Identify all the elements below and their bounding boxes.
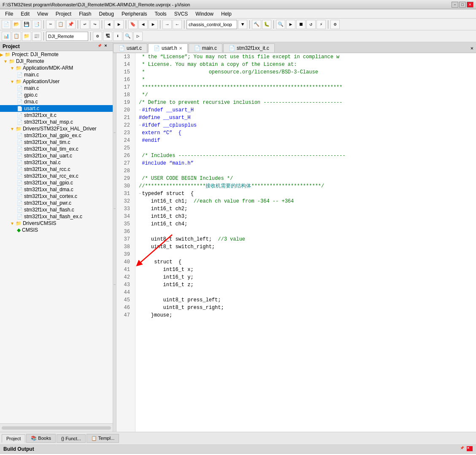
nav-back-button[interactable]: ◀ xyxy=(104,20,114,29)
paste-button[interactable]: 📌 xyxy=(66,20,76,29)
cut-button[interactable]: ✂ xyxy=(46,20,55,29)
tab-usartc[interactable]: 📄usart.c xyxy=(113,43,147,52)
tree-item-9[interactable]: 📄stm32f1xx_it.c xyxy=(0,112,113,119)
reset-button[interactable]: ↺ xyxy=(306,20,316,29)
tree-item-2[interactable]: ▼📁Application/MDK-ARM xyxy=(0,65,113,71)
tree-item-21[interactable]: 📄stm32f1xx_hal_cortex.c xyxy=(0,193,113,200)
build-button[interactable]: 🔨 xyxy=(252,20,261,29)
sidebar-pin-btn[interactable]: 📌 xyxy=(97,44,103,49)
view-btn-3[interactable]: 📁 xyxy=(22,32,31,41)
function-dropdown[interactable]: chassis_control_loop xyxy=(187,20,237,29)
tree-item-25[interactable]: ▼📁Drivers/CMSIS xyxy=(0,220,113,227)
menu-item-debug[interactable]: Debug xyxy=(96,10,117,18)
tree-item-10[interactable]: 📄stm32f1xx_hal_msp.c xyxy=(0,119,113,125)
close-all-tabs-btn[interactable]: ✕ xyxy=(468,44,476,52)
debug-button[interactable]: 🐛 xyxy=(262,20,271,29)
debug-session-btn[interactable]: 🔍 xyxy=(123,32,133,41)
tree-item-3[interactable]: 📄main.c xyxy=(0,71,113,78)
dropdown-arrow[interactable]: ▼ xyxy=(238,20,247,29)
menu-item-edit[interactable]: Edit xyxy=(17,10,33,18)
new-button[interactable]: 📄 xyxy=(2,20,11,29)
find-button[interactable]: 🔍 xyxy=(276,20,285,29)
minimize-button[interactable]: − xyxy=(452,2,458,8)
run-button[interactable]: ▶ xyxy=(286,20,295,29)
bookmark-prev[interactable]: ◀ xyxy=(138,20,148,29)
collapse-icon-31[interactable]: − xyxy=(139,190,141,198)
run-debug-btn[interactable]: ▷ xyxy=(133,32,143,41)
flash-download-btn[interactable]: ⬇ xyxy=(113,32,122,41)
tree-item-12[interactable]: 📄stm32f1xx_hal_gpio_ex.c xyxy=(0,132,113,139)
tree-item-11[interactable]: ▼📁Drivers/STM32F1xx_HAL_Driver xyxy=(0,125,113,132)
tree-item-22[interactable]: 📄stm32f1xx_hal_pwr.c xyxy=(0,200,113,206)
menu-item-help[interactable]: Help xyxy=(218,10,235,18)
view-btn-1[interactable]: 📊 xyxy=(2,32,11,41)
stop-button[interactable]: ⏹ xyxy=(296,20,306,29)
bottom-tab-funct[interactable]: {} Funct... xyxy=(57,434,86,443)
tree-item-7[interactable]: 📄dma.c xyxy=(0,98,113,105)
bookmark-next[interactable]: ▶ xyxy=(149,20,158,29)
target-dropdown[interactable]: DJI_Remote xyxy=(46,32,88,41)
menu-item-svcs[interactable]: SVCS xyxy=(171,10,192,18)
file-icon: 📄 xyxy=(17,86,23,91)
tab-stm32f1xx_itc[interactable]: 📄stm32f1xx_it.c xyxy=(223,43,275,52)
flash-button[interactable]: ⚡ xyxy=(316,20,326,29)
collapse-icon-22[interactable]: − xyxy=(139,122,141,129)
sidebar-close-btn[interactable]: ✕ xyxy=(104,44,110,49)
close-button[interactable]: ✕ xyxy=(467,2,473,8)
tab-usarth[interactable]: 📄usart.h✕ xyxy=(148,43,188,53)
nav-fwd-button[interactable]: ▶ xyxy=(114,20,124,29)
target-options-btn[interactable]: ⚙ xyxy=(93,32,102,41)
menu-item-view[interactable]: View xyxy=(34,10,51,18)
tree-item-18[interactable]: 📄stm32f1xx_hal_rcc_ex.c xyxy=(0,173,113,179)
tree-item-19[interactable]: 📄stm32f1xx_hal_gpio.c xyxy=(0,179,113,186)
tree-item-13[interactable]: 📄stm32f1xx_hal_tim.c xyxy=(0,139,113,146)
menu-item-flash[interactable]: Flash xyxy=(76,10,95,18)
copy-button[interactable]: 📋 xyxy=(56,20,65,29)
tree-item-14[interactable]: 📄stm32f1xx_hal_tim_ex.c xyxy=(0,146,113,152)
menu-item-project[interactable]: Project xyxy=(52,10,75,18)
sidebar-scrollbar[interactable] xyxy=(0,423,113,432)
tree-item-6[interactable]: 📄gpio.c xyxy=(0,92,113,98)
save-button[interactable]: 💾 xyxy=(22,20,31,29)
bottom-tab-project[interactable]: Project xyxy=(2,434,25,443)
menu-item-file[interactable]: File xyxy=(2,10,16,18)
unindent-button[interactable]: ← xyxy=(173,20,182,29)
build-output-close[interactable]: ✕ xyxy=(467,446,473,451)
build-all-btn[interactable]: 🏗 xyxy=(103,32,112,41)
tree-item-0[interactable]: ▶📁Project: DJI_Remote xyxy=(0,51,113,58)
tree-item-4[interactable]: ▼📁Application/User xyxy=(0,78,113,85)
view-btn-4[interactable]: 📰 xyxy=(32,32,41,41)
tree-item-15[interactable]: 📄stm32f1xx_hal_uart.c xyxy=(0,152,113,159)
collapse-icon-20[interactable]: − xyxy=(139,106,141,114)
tab-mainc[interactable]: 📄main.c xyxy=(189,43,222,52)
redo-button[interactable]: ↪ xyxy=(90,20,100,29)
tree-item-5[interactable]: 📄main.c xyxy=(0,85,113,92)
undo-button[interactable]: ↩ xyxy=(80,20,89,29)
tree-item-1[interactable]: ▼📁DJI_Remote xyxy=(0,58,113,65)
tree-item-20[interactable]: 📄stm32f1xx_hal_dma.c xyxy=(0,186,113,193)
collapse-icon-40[interactable]: − xyxy=(139,258,141,266)
open-button[interactable]: 📂 xyxy=(12,20,21,29)
menu-item-peripherals[interactable]: Peripherals xyxy=(118,10,151,18)
indent-button[interactable]: → xyxy=(162,20,172,29)
save-all-button[interactable]: 📑 xyxy=(32,20,41,29)
maximize-button[interactable]: □ xyxy=(459,2,466,8)
tree-item-17[interactable]: 📄stm32f1xx_hal_rcc.c xyxy=(0,166,113,173)
bookmark-button[interactable]: 🔖 xyxy=(128,20,138,29)
tree-item-24[interactable]: 📄stm32f1xx_hal_flash_ex.c xyxy=(0,213,113,220)
menu-item-tools[interactable]: Tools xyxy=(151,10,170,18)
build-output-pin[interactable]: 📌 xyxy=(460,446,466,451)
tree-item-26[interactable]: ◆CMSIS xyxy=(0,227,113,233)
tree-item-16[interactable]: 📄stm32f1xx_hal.c xyxy=(0,159,113,166)
bottom-tab-templ[interactable]: 📋 Templ... xyxy=(87,434,119,443)
tree-label: Application/User xyxy=(23,79,60,84)
tab-close-btn[interactable]: ✕ xyxy=(179,46,182,51)
settings-button[interactable]: ⚙ xyxy=(330,20,340,29)
tree-item-23[interactable]: 📄stm32f1xx_hal_flash.c xyxy=(0,206,113,213)
code-editor[interactable]: −−− 131415161718192021222324252627282930… xyxy=(113,53,476,432)
menu-item-window[interactable]: Window xyxy=(192,10,217,18)
bottom-tab-books[interactable]: 📚 Books xyxy=(26,434,56,443)
view-btn-2[interactable]: 📋 xyxy=(12,32,21,41)
separator-1 xyxy=(43,20,44,29)
tree-item-8[interactable]: 📄usart.c xyxy=(0,105,113,112)
